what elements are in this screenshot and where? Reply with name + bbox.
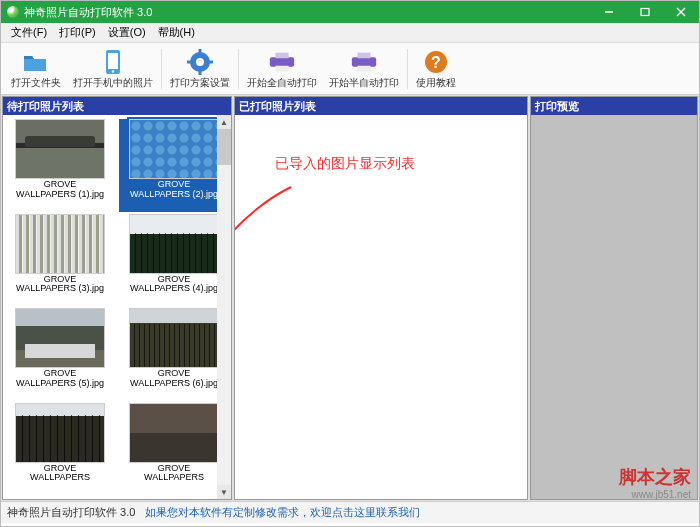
thumbnail-grid[interactable]: GROVE WALLPAPERS (1).jpgGROVE WALLPAPERS… [3, 115, 231, 499]
thumbnail-item[interactable]: GROVE WALLPAPERS (1).jpg [5, 119, 115, 212]
preview-panel: 打印预览 [530, 96, 698, 500]
thumbnail-image [129, 403, 219, 463]
svg-rect-11 [187, 60, 192, 63]
pending-panel: 待打印照片列表 GROVE WALLPAPERS (1).jpgGROVE WA… [2, 96, 232, 500]
thumbnail-image [15, 403, 105, 463]
thumbnail-label: GROVE WALLPAPERS (1).jpg [14, 179, 106, 201]
annotation-text: 已导入的图片显示列表 [275, 155, 415, 173]
print-settings-label: 打印方案设置 [170, 76, 230, 90]
thumbnail-image [129, 214, 219, 274]
printer-semi-icon [350, 48, 378, 76]
thumbnail-item[interactable]: GROVE WALLPAPERS (6).jpg [119, 308, 229, 401]
semi-print-label: 开始半自动打印 [329, 76, 399, 90]
annotation-arrow-icon [235, 177, 311, 307]
tutorial-label: 使用教程 [416, 76, 456, 90]
thumbnail-label: GROVE WALLPAPERS [14, 463, 106, 485]
svg-rect-13 [270, 57, 294, 66]
thumbnail-image [15, 214, 105, 274]
preview-panel-header: 打印预览 [531, 97, 697, 115]
thumbnail-label: GROVE WALLPAPERS (5).jpg [14, 368, 106, 390]
scroll-down-button[interactable]: ▼ [217, 485, 231, 499]
phone-icon [99, 48, 127, 76]
toolbar: 打开文件夹 打开手机中的照片 打印方案设置 开始全自动打印 开始半自动打印 ? … [1, 43, 699, 95]
pending-panel-body: GROVE WALLPAPERS (1).jpgGROVE WALLPAPERS… [3, 115, 231, 499]
open-phone-button[interactable]: 打开手机中的照片 [67, 45, 159, 93]
minimize-button[interactable] [591, 1, 627, 23]
svg-text:?: ? [431, 54, 441, 71]
tutorial-button[interactable]: ? 使用教程 [410, 45, 462, 93]
svg-rect-17 [357, 52, 370, 58]
open-folder-label: 打开文件夹 [11, 76, 61, 90]
svg-rect-5 [108, 53, 118, 69]
svg-rect-15 [275, 65, 288, 71]
print-settings-button[interactable]: 打印方案设置 [164, 45, 236, 93]
printer-auto-icon [268, 48, 296, 76]
app-logo-icon [7, 6, 19, 18]
svg-point-8 [196, 58, 204, 66]
thumbnail-item[interactable]: GROVE WALLPAPERS (4).jpg [119, 214, 229, 307]
status-contact-link[interactable]: 如果您对本软件有定制修改需求，欢迎点击这里联系我们 [145, 505, 420, 520]
svg-rect-1 [641, 9, 649, 16]
thumbnail-item[interactable]: GROVE WALLPAPERS (3).jpg [5, 214, 115, 307]
thumbnail-label: GROVE WALLPAPERS (3).jpg [14, 274, 106, 296]
toolbar-separator [238, 49, 239, 89]
thumbnail-item[interactable]: GROVE WALLPAPERS (5).jpg [5, 308, 115, 401]
panels-area: 待打印照片列表 GROVE WALLPAPERS (1).jpgGROVE WA… [1, 95, 699, 501]
close-button[interactable] [663, 1, 699, 23]
printed-panel: 已打印照片列表 已导入的图片显示列表 [234, 96, 528, 500]
thumbnail-label: GROVE WALLPAPERS (4).jpg [128, 274, 220, 296]
menu-help[interactable]: 帮助(H) [152, 23, 201, 42]
open-phone-label: 打开手机中的照片 [73, 76, 153, 90]
thumbnail-image [129, 119, 219, 179]
svg-rect-9 [199, 49, 202, 54]
thumbnail-label: GROVE WALLPAPERS (6).jpg [128, 368, 220, 390]
status-bar: 神奇照片自动打印软件 3.0 如果您对本软件有定制修改需求，欢迎点击这里联系我们 [1, 501, 699, 523]
printed-panel-body: 已导入的图片显示列表 [235, 115, 527, 499]
printed-panel-header: 已打印照片列表 [235, 97, 527, 115]
thumbnail-label: GROVE WALLPAPERS [128, 463, 220, 485]
menu-file[interactable]: 文件(F) [5, 23, 53, 42]
svg-point-6 [112, 70, 114, 72]
svg-rect-12 [208, 60, 213, 63]
auto-print-button[interactable]: 开始全自动打印 [241, 45, 323, 93]
scroll-up-button[interactable]: ▲ [217, 115, 231, 129]
semi-print-button[interactable]: 开始半自动打印 [323, 45, 405, 93]
menu-bar: 文件(F) 打印(P) 设置(O) 帮助(H) [1, 23, 699, 43]
toolbar-separator [161, 49, 162, 89]
thumbnail-image [129, 308, 219, 368]
gear-icon [186, 48, 214, 76]
pending-panel-header: 待打印照片列表 [3, 97, 231, 115]
thumbnail-item[interactable]: GROVE WALLPAPERS [5, 403, 115, 496]
status-app-name: 神奇照片自动打印软件 3.0 [7, 505, 135, 520]
svg-rect-10 [199, 70, 202, 75]
menu-settings[interactable]: 设置(O) [102, 23, 152, 42]
svg-rect-18 [357, 65, 370, 71]
toolbar-separator [407, 49, 408, 89]
maximize-button[interactable] [627, 1, 663, 23]
thumbnail-label: GROVE WALLPAPERS (2).jpg [128, 179, 220, 201]
scroll-thumb[interactable] [217, 129, 231, 165]
auto-print-label: 开始全自动打印 [247, 76, 317, 90]
thumbnail-image [15, 308, 105, 368]
folder-icon [22, 48, 50, 76]
thumbnail-item[interactable]: GROVE WALLPAPERS [119, 403, 229, 496]
thumbnail-item[interactable]: GROVE WALLPAPERS (2).jpg [119, 119, 229, 212]
thumbnail-image [15, 119, 105, 179]
preview-panel-body [531, 115, 697, 499]
scrollbar-vertical[interactable]: ▲ ▼ [217, 115, 231, 499]
app-title: 神奇照片自动打印软件 3.0 [24, 5, 152, 20]
help-icon: ? [422, 48, 450, 76]
svg-rect-16 [352, 57, 376, 66]
menu-print[interactable]: 打印(P) [53, 23, 102, 42]
title-bar: 神奇照片自动打印软件 3.0 [1, 1, 699, 23]
svg-rect-14 [275, 52, 288, 58]
open-folder-button[interactable]: 打开文件夹 [5, 45, 67, 93]
